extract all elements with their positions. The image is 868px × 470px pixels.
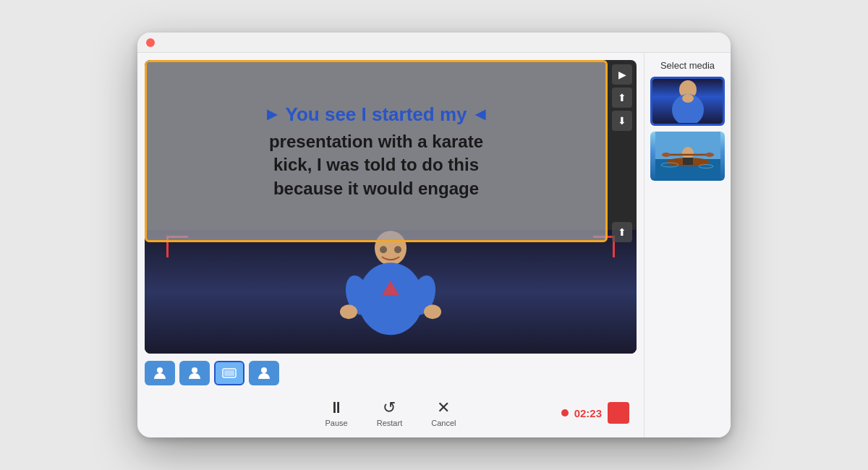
cancel-icon: ✕ xyxy=(437,398,450,417)
restart-icon: ↺ xyxy=(383,398,396,417)
video-section: ▶ You see I started my ◀ presentation wi… xyxy=(145,60,637,354)
thumb-kayak xyxy=(650,132,725,181)
sidebar-title: Select media xyxy=(650,60,725,71)
tp-scroll-down-button[interactable]: ⬇ xyxy=(612,111,632,131)
thumb-person xyxy=(652,79,723,124)
thumb-kayak-svg xyxy=(655,132,720,181)
tp-bottom-right-controls: ⬆ xyxy=(612,222,632,242)
teleprompter-line2: presentation with a karate xyxy=(267,130,486,153)
restart-button[interactable]: ↺ Restart xyxy=(377,398,402,427)
recording-info: 02:23 xyxy=(561,402,629,424)
thumb-inner-2 xyxy=(650,132,725,181)
svg-point-25 xyxy=(705,153,714,157)
svg-point-11 xyxy=(192,367,197,373)
avatar-button-3[interactable] xyxy=(214,361,244,385)
avatar-button-2[interactable] xyxy=(179,361,210,385)
window-content: ▶ You see I started my ◀ presentation wi… xyxy=(137,53,731,437)
svg-point-17 xyxy=(682,94,694,103)
titlebar xyxy=(137,33,731,53)
svg-point-14 xyxy=(261,367,267,373)
avatar-row xyxy=(145,359,637,387)
avatar-button-4[interactable] xyxy=(249,361,279,385)
close-button[interactable] xyxy=(146,38,155,47)
pause-button[interactable]: ⏸ Pause xyxy=(326,398,348,427)
thumb-person-svg xyxy=(666,80,710,123)
media-thumb-1[interactable] xyxy=(650,77,725,126)
app-window: ▶ You see I started my ◀ presentation wi… xyxy=(137,33,731,437)
thumb-inner-1 xyxy=(652,79,723,124)
svg-point-10 xyxy=(157,367,163,373)
sidebar: Select media xyxy=(644,53,731,437)
video-background xyxy=(145,230,637,354)
teleprompter-text: ▶ You see I started my ◀ presentation wi… xyxy=(267,102,486,200)
pause-icon: ⏸ xyxy=(328,398,344,417)
recording-time: 02:23 xyxy=(574,407,602,419)
stop-button[interactable] xyxy=(608,402,629,424)
svg-point-5 xyxy=(340,305,357,320)
tp-scroll-up-button[interactable]: ⬆ xyxy=(612,87,632,108)
tp-expand-button[interactable]: ⬆ xyxy=(612,222,632,242)
person-svg xyxy=(318,230,463,354)
teleprompter-controls: ▶ ⬆ ⬇ xyxy=(608,60,637,242)
avatar-button-1[interactable] xyxy=(145,361,175,385)
teleprompter-overlay: ▶ You see I started my ◀ presentation wi… xyxy=(145,60,608,242)
svg-point-24 xyxy=(662,153,671,157)
svg-point-6 xyxy=(424,305,441,320)
media-thumb-2[interactable] xyxy=(650,132,725,181)
svg-rect-13 xyxy=(224,370,234,376)
teleprompter-line1: ▶ You see I started my ◀ xyxy=(267,102,486,127)
teleprompter-line3: kick, I was told to do this xyxy=(267,153,486,176)
svg-point-7 xyxy=(380,247,387,254)
svg-point-8 xyxy=(394,247,401,254)
recording-indicator xyxy=(561,409,569,416)
tp-play-button[interactable]: ▶ xyxy=(612,64,632,85)
main-area: ▶ You see I started my ◀ presentation wi… xyxy=(137,53,644,437)
arrow-right-icon: ◀ xyxy=(475,106,485,123)
teleprompter-line4: because it would engage xyxy=(267,177,486,200)
cancel-button[interactable]: ✕ Cancel xyxy=(431,398,456,427)
arrow-left-icon: ▶ xyxy=(267,106,277,123)
svg-rect-22 xyxy=(683,158,693,165)
controls-bar: ⏸ Pause ↺ Restart ✕ Cancel 02:23 xyxy=(145,393,637,430)
